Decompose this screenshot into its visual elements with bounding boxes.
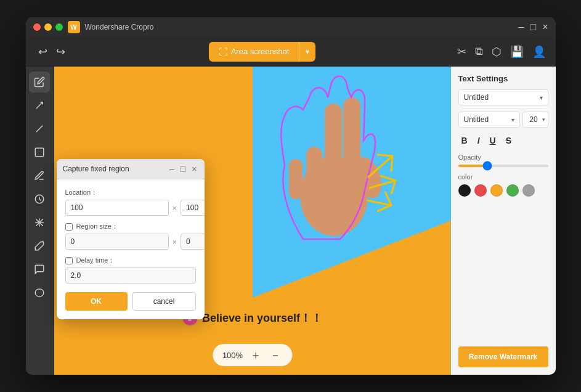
font-style-size-row: Untitled ▾ 20 ▾	[458, 112, 548, 128]
region-size-label: Region size：	[76, 222, 118, 231]
remove-watermark-button[interactable]: Remove Watermark	[458, 346, 548, 367]
font-family-value: Untitled	[464, 93, 540, 102]
strikethrough-button[interactable]: S	[503, 134, 514, 147]
color-section: color	[458, 173, 548, 197]
edit-text-tool[interactable]	[29, 71, 50, 92]
font-family-dropdown[interactable]: Untitled ▾	[458, 89, 548, 105]
font-family-arrow: ▾	[540, 94, 543, 101]
believe-label: Believe in yourself！！	[202, 311, 322, 325]
font-size-arrow: ▾	[542, 116, 545, 123]
left-toolbar	[26, 67, 54, 375]
color-swatches	[458, 184, 548, 197]
copy-button[interactable]: ⧉	[475, 45, 483, 58]
dialog-body: Location： × Region size： ×	[57, 179, 205, 319]
dialog-cancel-button[interactable]: cancel	[132, 292, 196, 311]
svg-line-10	[368, 156, 392, 178]
share-button[interactable]: ⬡	[492, 45, 502, 59]
location-section: Location： ×	[65, 188, 196, 216]
svg-line-11	[369, 181, 396, 188]
title-bar: W Wondershare Cropro – □ ×	[26, 17, 556, 37]
opacity-slider[interactable]	[458, 165, 548, 167]
color-orange[interactable]	[490, 184, 503, 197]
text-format-row: B I U S	[458, 134, 548, 147]
svg-line-0	[36, 102, 43, 109]
location-label: Location：	[65, 188, 196, 197]
underline-button[interactable]: U	[487, 134, 499, 147]
svg-rect-2	[35, 148, 44, 157]
dialog-close-button[interactable]: ×	[190, 164, 198, 174]
zoom-percent: 100%	[222, 351, 243, 360]
app-title: Wondershare Cropro	[85, 23, 154, 31]
region-size-x-input[interactable]	[65, 234, 169, 250]
delay-time-checkbox[interactable]	[65, 257, 73, 264]
svg-line-12	[367, 200, 391, 205]
line-tool[interactable]	[29, 118, 50, 139]
delay-time-input[interactable]	[65, 267, 196, 284]
curve-tool[interactable]	[29, 282, 50, 303]
dialog-titlebar: Capture fixed region – □ ×	[57, 159, 205, 179]
close-button[interactable]: ×	[542, 22, 548, 33]
panel-title: Text Settings	[458, 74, 548, 83]
color-black[interactable]	[458, 184, 471, 197]
save-button[interactable]: 💾	[510, 45, 524, 59]
color-red[interactable]	[474, 184, 487, 197]
dialog-title: Capture fixed region	[63, 165, 129, 173]
color-green[interactable]	[506, 184, 519, 197]
svg-line-1	[36, 126, 43, 133]
undo-button[interactable]: ↩	[36, 43, 50, 61]
bold-button[interactable]: B	[458, 134, 471, 147]
region-size-section: Region size： ×	[65, 222, 196, 250]
font-style-arrow: ▾	[511, 116, 514, 123]
color-label: color	[458, 173, 548, 181]
capture-dialog: Capture fixed region – □ × Location： ×	[57, 159, 205, 319]
timer-tool[interactable]	[29, 189, 50, 210]
maximize-button[interactable]: □	[530, 22, 536, 33]
dialog-actions: OK cancel	[65, 292, 196, 311]
arrow-tool[interactable]	[29, 95, 50, 116]
speech-tool[interactable]	[29, 259, 50, 280]
redo-button[interactable]: ↪	[54, 43, 68, 61]
zoom-out-button[interactable]: －	[269, 348, 282, 362]
pattern-tool[interactable]	[29, 212, 50, 233]
app-logo-icon: W	[68, 21, 80, 33]
color-gray[interactable]	[522, 184, 535, 197]
region-size-y-input[interactable]	[181, 234, 204, 250]
location-y-input[interactable]	[181, 200, 204, 216]
minimize-button[interactable]: –	[519, 22, 524, 33]
right-panel: Text Settings Untitled ▾ Untitled ▾ 20 ▾	[451, 67, 556, 375]
delay-time-label: Delay time：	[76, 256, 115, 265]
italic-button[interactable]: I	[474, 134, 483, 147]
app-logo: W Wondershare Cropro	[68, 21, 154, 33]
dialog-minimize-button[interactable]: –	[168, 164, 176, 174]
opacity-section: Opacity	[458, 153, 548, 167]
screenshot-label: Area screenshot	[231, 47, 290, 56]
dialog-ok-button[interactable]: OK	[65, 292, 128, 311]
screenshot-icon: ⛶	[219, 47, 227, 57]
maximize-dot[interactable]	[55, 23, 63, 31]
zoom-bar: 100% ＋ －	[213, 344, 292, 366]
location-x-input[interactable]	[65, 200, 169, 216]
pen-tool[interactable]	[29, 165, 50, 186]
toolbar: ↩ ↪ ⛶ Area screenshot ▾ ✂ ⧉ ⬡ 💾 👤	[26, 37, 556, 67]
location-separator: ×	[173, 203, 177, 213]
shape-tool[interactable]	[29, 142, 50, 163]
paint-tool[interactable]	[29, 235, 50, 256]
screenshot-button[interactable]: ⛶ Area screenshot	[209, 42, 299, 62]
minimize-dot[interactable]	[44, 23, 52, 31]
screenshot-dropdown[interactable]: ▾	[299, 42, 315, 62]
font-style-value: Untitled	[464, 115, 511, 124]
dialog-maximize-button[interactable]: □	[179, 164, 187, 174]
arrows-svg	[337, 144, 417, 224]
account-button[interactable]: 👤	[532, 45, 546, 59]
opacity-label: Opacity	[458, 153, 548, 161]
region-size-checkbox[interactable]	[65, 223, 73, 231]
zoom-in-button[interactable]: ＋	[249, 348, 262, 362]
region-separator: ×	[173, 237, 177, 247]
font-style-dropdown[interactable]: Untitled ▾	[458, 112, 520, 128]
font-size-dropdown[interactable]: 20 ▾	[522, 112, 548, 128]
delay-time-section: Delay time：	[65, 256, 196, 284]
close-dot[interactable]	[33, 23, 41, 31]
font-family-row: Untitled ▾	[458, 89, 548, 105]
font-size-value: 20	[526, 115, 542, 124]
scissors-button[interactable]: ✂	[457, 45, 466, 59]
